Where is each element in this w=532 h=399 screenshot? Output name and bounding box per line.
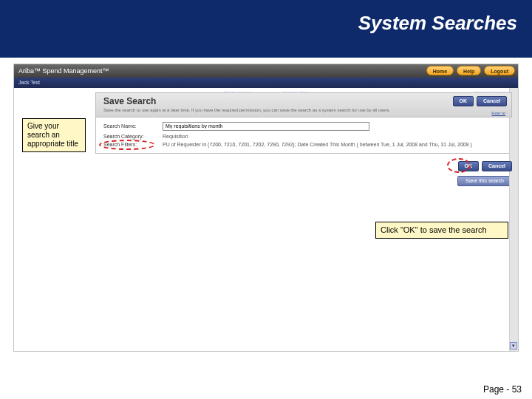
panel-header: Save Search Save the search to use again…: [95, 92, 512, 117]
scroll-down-icon[interactable]: ▾: [510, 342, 517, 349]
save-query-button[interactable]: Save this search: [457, 176, 512, 186]
help-button[interactable]: Help: [457, 66, 481, 75]
row-filters: Search Filters: PU of Requester in (7200…: [103, 142, 504, 147]
cancel-button-top[interactable]: Cancel: [477, 96, 507, 106]
panel-top-buttons: OK Cancel: [453, 96, 507, 106]
page-number: Page - 53: [483, 384, 522, 395]
howto-link[interactable]: How to: [491, 111, 505, 115]
ok-button-top[interactable]: OK: [453, 96, 474, 106]
brand-text: Ariba™ Spend Management™: [18, 67, 109, 75]
app-window: ▾ Ariba™ Spend Management™ Home Help Log…: [13, 64, 519, 352]
ok-button-bottom[interactable]: OK: [458, 161, 480, 171]
slide-title: System Searches: [358, 12, 517, 35]
row-search-name: Search Name:: [103, 122, 504, 131]
save-query-row: Save this search: [14, 176, 512, 186]
save-search-panel: Save Search Save the search to use again…: [95, 92, 512, 154]
label-category: Search Category:: [103, 134, 155, 139]
panel-desc: Save the search to use again at a later …: [103, 108, 392, 114]
search-name-input[interactable]: [163, 122, 369, 131]
row-category: Search Category: Requisition: [103, 134, 504, 139]
logout-button[interactable]: Logout: [484, 66, 515, 75]
cancel-button-bottom[interactable]: Cancel: [482, 161, 512, 171]
brand-buttons: Home Help Logout: [426, 66, 515, 75]
panel-title: Save Search: [103, 96, 507, 106]
title-banner: System Searches: [0, 0, 532, 58]
callout-title-hint: Give your search an appropriate title: [22, 118, 86, 152]
value-filters: PU of Requester in (7200, 7210, 7201, 72…: [163, 142, 472, 147]
form-area: Search Name: Search Category: Requisitio…: [95, 117, 512, 154]
nav-user: Jack Test: [18, 80, 40, 85]
label-search-name: Search Name:: [103, 123, 155, 129]
brand-bar: Ariba™ Spend Management™ Home Help Logou…: [14, 64, 518, 78]
value-category: Requisition: [163, 134, 188, 139]
home-button[interactable]: Home: [426, 66, 454, 75]
slide-root: System Searches ▾ Ariba™ Spend Managemen…: [0, 0, 532, 399]
secondary-button-row: OK Cancel: [14, 161, 512, 171]
nav-bar: Jack Test Preferences Toggle Tips Toggle…: [14, 78, 518, 88]
callout-ok-hint: Click "OK" to save the search: [375, 222, 508, 239]
label-filters: Search Filters:: [103, 142, 155, 147]
